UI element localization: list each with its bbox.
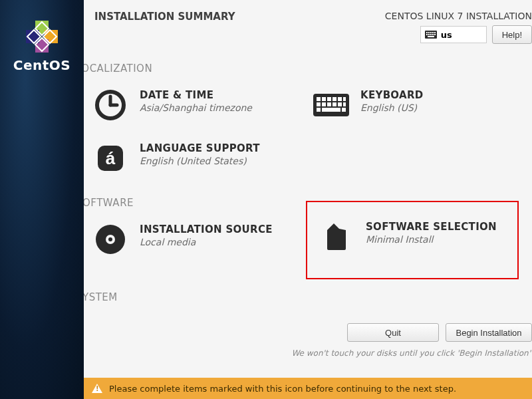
keyboard-icon <box>425 31 437 39</box>
page-title: INSTALLATION SUMMARY <box>94 11 235 44</box>
svg-rect-33 <box>322 108 340 112</box>
spoke-keyboard[interactable]: KEYBOARD English (US) <box>301 78 521 132</box>
svg-rect-29 <box>332 102 336 106</box>
svg-rect-21 <box>322 97 326 101</box>
spoke-datetime[interactable]: DATE & TIME Asia/Shanghai timezone <box>84 78 301 132</box>
spoke-title: DATE & TIME <box>140 89 252 101</box>
sidebar: CentOS <box>0 0 84 399</box>
clock-icon <box>90 85 130 125</box>
header: INSTALLATION SUMMARY CENTOS LINUX 7 INST… <box>84 0 532 51</box>
spoke-sub: English (United States) <box>140 156 260 166</box>
spoke-title: KEYBOARD <box>360 89 424 101</box>
disc-icon <box>90 219 130 259</box>
svg-rect-27 <box>322 102 326 106</box>
svg-rect-26 <box>317 102 321 106</box>
svg-rect-13 <box>432 34 434 35</box>
svg-rect-12 <box>430 34 432 35</box>
svg-text:á: á <box>106 148 116 168</box>
svg-rect-23 <box>332 97 336 101</box>
svg-rect-14 <box>434 34 436 35</box>
product-title: CENTOS LINUX 7 INSTALLATION <box>385 11 532 21</box>
keyboard-layout-label: us <box>441 30 452 40</box>
svg-rect-22 <box>327 97 331 101</box>
svg-rect-11 <box>428 34 430 35</box>
spoke-title: INSTALLATION SOURCE <box>140 223 273 235</box>
spoke-sub: Minimal Install <box>366 234 497 245</box>
svg-rect-5 <box>426 32 428 33</box>
footer-note: We won't touch your disks until you clic… <box>84 348 532 358</box>
spoke-sub: Asia/Shanghai timezone <box>140 102 252 113</box>
centos-logo-icon <box>25 20 59 53</box>
warning-text: Please complete items marked with this i… <box>109 384 456 394</box>
language-icon: á <box>90 138 130 178</box>
svg-rect-15 <box>428 36 434 37</box>
spoke-title: LANGUAGE SUPPORT <box>140 142 260 154</box>
spoke-sub: Local media <box>140 237 273 247</box>
svg-point-39 <box>108 237 112 241</box>
warning-icon <box>92 384 102 393</box>
svg-rect-10 <box>426 34 428 35</box>
svg-rect-7 <box>430 32 432 33</box>
svg-rect-24 <box>338 97 342 101</box>
keyboard-large-icon <box>311 85 351 125</box>
section-system-label: SYSTEM <box>84 291 521 303</box>
svg-rect-28 <box>327 102 331 106</box>
begin-installation-button[interactable]: Begin Installation <box>446 323 532 342</box>
spoke-title: SOFTWARE SELECTION <box>366 221 497 233</box>
svg-rect-8 <box>432 32 434 33</box>
svg-rect-34 <box>342 108 346 112</box>
spoke-sub: English (US) <box>360 102 424 113</box>
svg-rect-20 <box>317 97 321 101</box>
brand-name: CentOS <box>13 57 70 73</box>
spoke-installation-source[interactable]: INSTALLATION SOURCE Local media <box>84 213 306 279</box>
spoke-software-selection[interactable]: SOFTWARE SELECTION Minimal Install <box>306 201 519 279</box>
help-button[interactable]: Help! <box>492 25 532 44</box>
keyboard-layout-indicator[interactable]: us <box>420 26 487 43</box>
quit-button[interactable]: Quit <box>347 323 439 342</box>
brand-logo: CentOS <box>0 20 84 73</box>
svg-rect-31 <box>343 102 346 106</box>
svg-rect-25 <box>343 97 346 101</box>
spoke-language-support[interactable]: á LANGUAGE SUPPORT English (United State… <box>84 132 306 185</box>
svg-rect-6 <box>428 32 430 33</box>
warning-bar: Please complete items marked with this i… <box>84 378 532 399</box>
svg-rect-32 <box>317 108 321 112</box>
package-icon <box>317 217 356 257</box>
svg-rect-9 <box>434 32 436 33</box>
footer-actions: Quit Begin Installation We won't touch y… <box>84 318 532 362</box>
svg-rect-30 <box>338 102 342 106</box>
section-localization-label: LOCALIZATION <box>84 63 521 74</box>
